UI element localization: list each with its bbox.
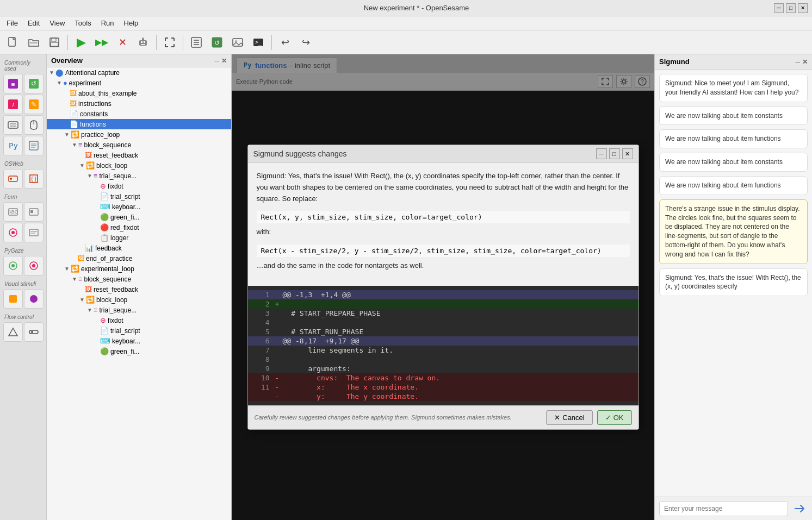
strip-form-item1[interactable]: ABC [3,202,23,222]
run-button[interactable]: ▶ [71,33,91,52]
tree-item-about[interactable]: ▶ 🖼 about_this_example [47,88,231,98]
tree-item-functions[interactable]: ▶ 📄 functions [47,119,231,129]
tree-label: logger [110,234,128,242]
tree-item-block-loop[interactable]: ▼ 🔁 block_loop [47,160,231,171]
menu-file[interactable]: File [2,18,22,28]
strip-form-item4[interactable] [24,223,44,242]
diff-num: 6 [255,337,270,345]
fullscreen-button[interactable] [160,33,179,52]
save-button[interactable] [45,33,64,52]
sigmund-close-icon[interactable]: ✕ [802,58,808,66]
modal-and-note: …and do the same in the code for nontarg… [257,260,630,272]
strip-sequence-item[interactable]: ≡ [3,74,23,93]
tree-item-instructions[interactable]: ▶ 🖼 instructions [47,98,231,109]
tree-item-attentional-capture[interactable]: ▼ ⬤ Attentional capture [47,67,231,78]
tree-item-green-fi1[interactable]: ▶ 🟢 green_fi... [47,212,231,222]
stop-button[interactable]: ✕ [113,33,132,52]
tree-label: trial_seque... [100,172,137,180]
sigmund-message-input[interactable] [659,501,788,516]
strip-pygaze-item1[interactable] [3,256,23,275]
strip-osw-item2[interactable]: { } [24,169,44,189]
new-button[interactable] [3,33,23,52]
tree-item-trial-seq1[interactable]: ▼ ≡ trial_seque... [47,171,231,181]
tree-item-trial-script2[interactable]: ▶ 📄 trial_script [47,325,231,336]
tree-item-practice-loop[interactable]: ▼ 🔁 practice_loop [47,129,231,140]
strip-osw-item1[interactable] [3,169,23,189]
tree-item-logger[interactable]: ▶ 📋 logger [47,233,231,243]
tree-item-block-loop2[interactable]: ▼ 🔁 block_loop [47,295,231,305]
tree-item-block-seq[interactable]: ▼ ≡ block_sequence [47,140,231,150]
title-bar: New experiment * - OpenSesame ─ □ ✕ [0,0,812,16]
modal-minimize-btn[interactable]: ─ [596,148,607,159]
tree-item-feedback[interactable]: ▶ 📊 feedback [47,243,231,253]
tree-item-experiment[interactable]: ▼ ● experiment [47,78,231,88]
diff-line-3: 3 # START_PREPARE_PHASE [248,309,639,318]
open-button[interactable] [24,33,44,52]
loop-button[interactable]: ↺ [207,33,227,52]
svg-point-49 [11,264,15,267]
modal-maximize-btn[interactable]: □ [609,148,620,159]
tree-item-trial-script1[interactable]: ▶ 📄 trial_script [47,191,231,202]
tree-item-constants[interactable]: ▶ 📄 constants [47,109,231,119]
strip-sampler-item[interactable]: ♪ [3,95,23,114]
tree-item-exp-loop[interactable]: ▼ 🔁 experimental_loop [47,264,231,274]
tree-icon-key: ⌨ [100,203,110,211]
strip-logger-item[interactable] [24,136,44,155]
run-quick-button[interactable]: ▶▶ [92,33,111,52]
menu-view[interactable]: View [45,18,69,28]
cancel-button[interactable]: ✕ Cancel [546,410,592,425]
strip-python-item[interactable]: Py [3,136,23,155]
strip-keyboard-item[interactable] [3,115,23,135]
maximize-button[interactable]: □ [786,3,796,13]
tree-item-fixdot1[interactable]: ▶ ⊕ fixdot [47,181,231,191]
sigmund-header: Sigmund ─ ✕ [655,54,812,70]
menu-help[interactable]: Help [120,18,143,28]
strip-loop-item[interactable]: ↺ [24,74,44,93]
tree-item-reset-fb[interactable]: ▶ 🖼 reset_feedback [47,150,231,160]
close-button[interactable]: ✕ [798,3,808,13]
minimize-button[interactable]: ─ [774,3,784,13]
diff-content: x: The x coordinate. [283,383,419,391]
redo-button[interactable]: ↪ [296,33,315,52]
tree-item-keyboard1[interactable]: ▶ ⌨ keyboar... [47,202,231,212]
strip-flow-item2[interactable] [24,322,44,342]
diff-line-del12: - y: The y coordinate. [248,392,639,401]
strip-pygaze-item2[interactable] [24,256,44,275]
modal-controls[interactable]: ─ □ ✕ [596,148,633,159]
ok-button[interactable]: ✓ OK [597,410,632,425]
strip-form-item2[interactable] [24,202,44,222]
undo-button[interactable]: ↩ [275,33,295,52]
tree-item-green-fi2[interactable]: ▶ 🟢 green_fi... [47,346,231,356]
list-button[interactable] [187,33,206,52]
tree-item-fixdot2[interactable]: ▶ ⊕ fixdot [47,315,231,325]
sigmund-collapse-icon[interactable]: ─ [795,58,800,66]
diff-marker [275,328,283,336]
tree-item-red-fixdot[interactable]: ▶ 🔴 red_fixdot [47,222,231,233]
tree-item-reset-fb2[interactable]: ▶ 🖼 reset_feedback [47,284,231,295]
menu-run[interactable]: Run [97,18,119,28]
image-button[interactable] [228,33,247,52]
tree-label: block_loop [96,162,127,170]
strip-flow-item1[interactable] [3,322,23,342]
tree-icon-script: 📄 [100,192,109,201]
robot-button[interactable] [133,33,153,52]
overview-collapse-icon[interactable]: ─ [214,57,219,65]
terminal-button[interactable]: >_ [249,33,268,52]
modal-close-btn[interactable]: ✕ [622,148,633,159]
tree-item-keyboard2[interactable]: ▶ ⌨ keyboar... [47,336,231,346]
tree-item-block-seq2[interactable]: ▼ ≡ block_sequence [47,274,231,284]
window-controls[interactable]: ─ □ ✕ [774,3,808,13]
sigmund-send-button[interactable] [791,500,808,517]
menu-edit[interactable]: Edit [23,18,44,28]
tree-item-end-practice[interactable]: ▶ 🖼 end_of_practice [47,253,231,264]
strip-visual-item2[interactable] [24,289,44,309]
tree-item-trial-seq2[interactable]: ▼ ≡ trial_seque... [47,305,231,315]
strip-form-item3[interactable] [3,223,23,242]
overview-close-icon[interactable]: ✕ [221,57,227,65]
strip-sketchpad-item[interactable]: ✎ [24,95,44,114]
strip-mouse-item[interactable] [24,115,44,135]
menu-tools[interactable]: Tools [70,18,95,28]
diff-num: 11 [255,383,270,391]
modal-description: Sigmund: Yes, that's the issue! With Rec… [257,171,630,204]
strip-visual-item1[interactable] [3,289,23,309]
